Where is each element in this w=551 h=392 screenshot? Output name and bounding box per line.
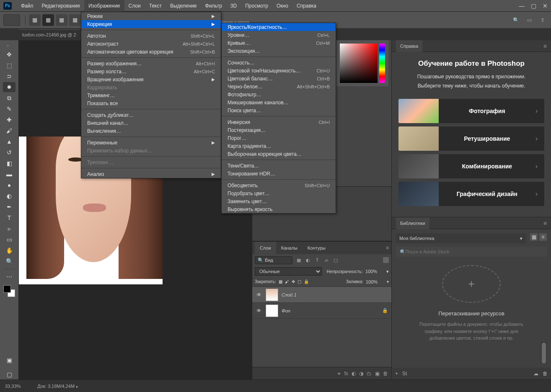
- layer-row[interactable]: 👁 Фон 🔒: [252, 303, 391, 319]
- color-swatch[interactable]: [3, 285, 15, 297]
- submenu-item[interactable]: ИнверсияCtrl+I: [222, 118, 336, 126]
- color-field[interactable]: [340, 44, 378, 83]
- layer-thumbnail[interactable]: [266, 304, 278, 317]
- layer-filter-type[interactable]: 🔍 Вид: [255, 256, 292, 264]
- submenu-item[interactable]: Подобрать цвет…: [222, 189, 336, 197]
- library-select[interactable]: Моя библиотека▾: [396, 233, 526, 243]
- fill-value[interactable]: 100%: [366, 279, 384, 284]
- add-selection-icon[interactable]: ▦: [42, 14, 54, 26]
- tab-paths[interactable]: Контуры: [303, 242, 331, 254]
- filter-pixel-icon[interactable]: ▦: [295, 256, 303, 264]
- menu-help[interactable]: Справка: [292, 0, 321, 12]
- menu-item[interactable]: Создать дубликат…: [81, 111, 221, 119]
- quickmask-tool[interactable]: ▣: [3, 355, 16, 365]
- eyedropper-tool[interactable]: ✎: [3, 104, 16, 114]
- share-icon[interactable]: ⇪: [538, 15, 548, 25]
- close-button[interactable]: ✕: [539, 1, 551, 10]
- opacity-value[interactable]: 100%: [365, 269, 384, 274]
- library-search[interactable]: 🔍 Поиск в Adobe Stock: [396, 247, 547, 257]
- foreground-color[interactable]: [3, 285, 11, 293]
- menu-item[interactable]: Вычисления…: [81, 127, 221, 135]
- menu-item[interactable]: Размер изображения…Alt+Ctrl+I: [81, 59, 221, 67]
- move-tool[interactable]: ✥: [3, 49, 16, 59]
- help-card-combine[interactable]: Комбинирование›: [398, 154, 544, 178]
- tab-help[interactable]: Справка: [396, 40, 422, 52]
- screenmode-tool[interactable]: ▢: [3, 369, 16, 379]
- menu-select[interactable]: Выделение: [166, 0, 201, 12]
- blur-tool[interactable]: ●: [3, 180, 16, 190]
- tab-libraries[interactable]: Библиотеки: [396, 217, 429, 229]
- submenu-item[interactable]: Черно-белое…Alt+Shift+Ctrl+B: [222, 83, 336, 90]
- submenu-item[interactable]: Яркость/Контрастность…: [222, 23, 336, 31]
- tool-preset-picker[interactable]: [3, 14, 20, 26]
- maximize-button[interactable]: ▢: [528, 1, 539, 10]
- fx-icon[interactable]: fx: [344, 371, 348, 377]
- lock-artboard-icon[interactable]: ▢: [297, 279, 301, 284]
- stamp-tool[interactable]: ▲: [3, 137, 16, 147]
- menu-file[interactable]: Файл: [17, 0, 38, 12]
- blend-mode-select[interactable]: Обычные: [255, 267, 322, 276]
- hue-slider[interactable]: [379, 44, 385, 83]
- stock-icon[interactable]: St: [402, 371, 407, 377]
- menu-edit[interactable]: Редактирование: [38, 0, 84, 12]
- menu-item[interactable]: Применить набор данных…: [81, 147, 221, 155]
- submenu-item[interactable]: Заменить цвет…: [222, 197, 336, 205]
- mask-icon[interactable]: ◐: [352, 371, 356, 377]
- menu-item[interactable]: Анализ▶: [81, 170, 221, 178]
- help-card-photo[interactable]: Фотография›: [398, 99, 544, 123]
- crop-tool[interactable]: ⧉: [3, 93, 16, 103]
- submenu-item[interactable]: Сочность…: [222, 59, 336, 67]
- adjustment-icon[interactable]: ◑: [359, 371, 363, 377]
- brush-tool[interactable]: 🖌: [3, 126, 16, 136]
- healing-tool[interactable]: ✚: [3, 115, 16, 125]
- submenu-item[interactable]: Цветовой баланс…Ctrl+B: [222, 75, 336, 83]
- menu-layers[interactable]: Слои: [124, 0, 145, 12]
- edit-toolbar-icon[interactable]: ⋯: [3, 272, 16, 282]
- tab-layers[interactable]: Слои: [255, 242, 276, 254]
- link-layers-icon[interactable]: ⚭: [337, 371, 341, 377]
- filter-adjust-icon[interactable]: ◐: [304, 256, 312, 264]
- menu-item[interactable]: АвтоконтрастAlt+Shift+Ctrl+L: [81, 40, 221, 48]
- hand-tool[interactable]: ✋: [3, 245, 16, 255]
- menu-window[interactable]: Окно: [272, 0, 292, 12]
- expand-toolbar-icon[interactable]: »: [7, 44, 12, 49]
- layer-name[interactable]: Фон: [282, 308, 290, 313]
- lock-brush-icon[interactable]: 🖌: [285, 279, 289, 284]
- panel-menu-icon[interactable]: ≡: [543, 43, 547, 49]
- panel-menu-icon[interactable]: ≡: [543, 220, 547, 227]
- menu-item[interactable]: Коррекция▶: [81, 20, 221, 28]
- lock-all-icon[interactable]: 🔒: [304, 279, 309, 284]
- submenu-item[interactable]: Поиск цвета…: [222, 106, 336, 114]
- shape-tool[interactable]: ▭: [3, 235, 16, 245]
- submenu-item[interactable]: Экспозиция…: [222, 47, 336, 55]
- path-select-tool[interactable]: ▹: [3, 224, 16, 234]
- list-view-icon[interactable]: ≡: [539, 233, 547, 241]
- lasso-tool[interactable]: ⊃: [3, 71, 16, 81]
- layer-thumbnail[interactable]: [266, 289, 278, 301]
- submenu-item[interactable]: Выборочная коррекция цвета…: [222, 150, 336, 158]
- menu-item[interactable]: Режим▶: [81, 12, 221, 20]
- help-card-design[interactable]: Графический дизайн›: [398, 182, 544, 206]
- submenu-item[interactable]: Карта градиента…: [222, 142, 336, 150]
- eraser-tool[interactable]: ◧: [3, 158, 16, 168]
- menu-item[interactable]: Автоматическая цветовая коррекцияShift+C…: [81, 48, 221, 56]
- doc-size[interactable]: Док: 3,18M/4,24M▸: [37, 384, 78, 389]
- layers-menu-icon[interactable]: ≡: [386, 245, 389, 251]
- filter-text-icon[interactable]: T: [313, 256, 321, 264]
- add-asset-icon[interactable]: +: [395, 371, 398, 377]
- submenu-item[interactable]: Цветовой тон/Насыщенность…Ctrl+U: [222, 67, 336, 75]
- document-tab[interactable]: luxfon.com-21458.jpg @ 2: [19, 29, 80, 39]
- zoom-tool[interactable]: 🔍: [3, 256, 16, 266]
- scrollbar[interactable]: [541, 342, 547, 364]
- menu-3d[interactable]: 3D: [226, 0, 241, 12]
- lock-pixels-icon[interactable]: ▦: [279, 279, 282, 284]
- filter-toggle[interactable]: [383, 257, 389, 263]
- layer-row[interactable]: 👁 Слой 1: [252, 287, 391, 303]
- gradient-tool[interactable]: ▬: [3, 169, 16, 179]
- menu-item[interactable]: Кадрировать: [81, 83, 221, 91]
- search-icon[interactable]: 🔍: [511, 15, 521, 25]
- submenu-item[interactable]: Тонирование HDR…: [222, 170, 336, 178]
- menu-image[interactable]: Изображение: [84, 0, 124, 12]
- submenu-item[interactable]: Кривые…Ctrl+M: [222, 39, 336, 47]
- menu-item[interactable]: Показать все: [81, 99, 221, 107]
